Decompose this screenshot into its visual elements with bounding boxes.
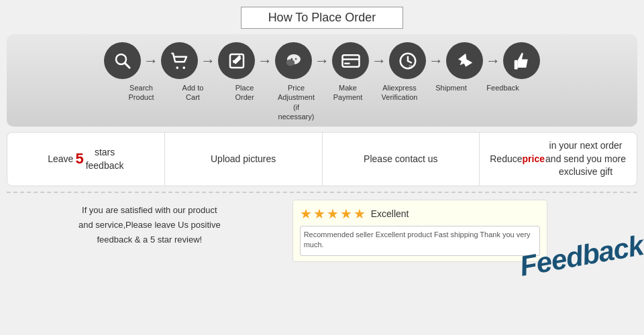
arrow-7: →: [486, 52, 500, 70]
label-price: Price Adjustment(if necessary): [278, 83, 315, 121]
benefit-stars: Leave 5 starsfeedback: [7, 133, 165, 186]
step-icon-order: [218, 42, 255, 79]
steps-section: → → → →: [7, 34, 637, 127]
star-4: ★: [340, 206, 352, 222]
svg-point-7: [290, 58, 292, 60]
arrow-1: →: [144, 52, 158, 70]
svg-line-14: [408, 61, 411, 63]
svg-point-2: [176, 66, 178, 69]
star-1: ★: [300, 206, 312, 222]
star-2: ★: [313, 206, 325, 222]
step-icon-payment: [332, 42, 369, 79]
bottom-right: ★ ★ ★ ★ ★ Excellent Recommended seller E…: [292, 200, 637, 262]
svg-rect-9: [342, 55, 359, 67]
label-payment: MakePayment: [329, 83, 366, 103]
benefit-result: Reduce price in your next orderand send …: [480, 133, 637, 186]
svg-point-3: [182, 66, 185, 69]
step-icon-shipment: [446, 42, 483, 79]
arrow-5: →: [372, 52, 386, 70]
page-title: How To Place Order: [241, 7, 404, 29]
step-icon-price: [275, 42, 312, 79]
price-highlight: price: [523, 153, 545, 166]
review-text: Recommended seller Excellent product Fas…: [300, 226, 540, 256]
arrow-3: →: [258, 52, 272, 70]
label-shipment: Shipment: [433, 83, 470, 92]
svg-point-6: [286, 59, 294, 66]
steps-labels-row: SearchProduct Add to Cart Place Order Pr…: [13, 83, 631, 121]
benefit-pictures: Upload pictures: [165, 133, 323, 186]
svg-point-8: [294, 58, 297, 60]
arrow-2: →: [201, 52, 215, 70]
benefit-contact: Please contact us: [323, 133, 480, 186]
review-header: ★ ★ ★ ★ ★ Excellent: [300, 206, 540, 222]
stars-number: 5: [75, 149, 83, 170]
review-stars: ★ ★ ★ ★ ★: [300, 206, 366, 222]
svg-text:24: 24: [409, 64, 413, 68]
steps-icons-row: → → → →: [13, 42, 631, 79]
step-icon-search: [104, 42, 141, 79]
title-bar: How To Place Order: [0, 0, 644, 34]
svg-line-1: [125, 63, 129, 68]
step-icon-cart: [161, 42, 198, 79]
label-feedback: Feedback: [484, 83, 521, 92]
page-wrapper: How To Place Order → → →: [0, 0, 644, 335]
bottom-line2: and service,Please leave Us positive: [78, 220, 221, 230]
label-verify: AliexpressVerification: [381, 83, 418, 103]
arrow-4: →: [315, 52, 329, 70]
step-icon-feedback: [503, 42, 540, 79]
star-3: ★: [327, 206, 339, 222]
label-search: SearchProduct: [123, 83, 160, 103]
svg-rect-16: [514, 60, 517, 69]
label-cart: Add to Cart: [174, 83, 211, 103]
bottom-line3: feedback & a 5 star review!: [97, 234, 202, 245]
star-5: ★: [354, 206, 366, 222]
review-box: ★ ★ ★ ★ ★ Excellent Recommended seller E…: [292, 200, 547, 262]
label-order: Place Order: [226, 83, 263, 103]
review-title: Excellent: [371, 208, 409, 219]
bottom-section: If you are satisfied with our product an…: [7, 192, 637, 262]
bottom-left-text: If you are satisfied with our product an…: [7, 200, 292, 251]
step-icon-verify: 24: [389, 42, 426, 79]
benefits-section: Leave 5 starsfeedback Upload pictures Pl…: [7, 132, 637, 186]
bottom-line1: If you are satisfied with our product: [82, 205, 217, 215]
arrow-6: →: [429, 52, 443, 70]
